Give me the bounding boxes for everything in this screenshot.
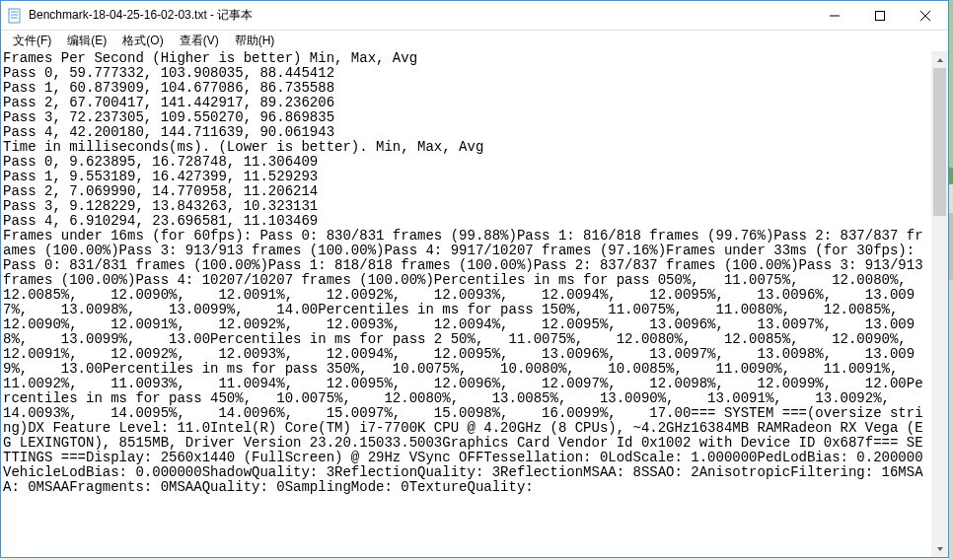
menu-format[interactable]: 格式(O) <box>114 31 171 51</box>
menu-view[interactable]: 查看(V) <box>172 31 227 51</box>
close-button[interactable] <box>903 1 948 30</box>
content-area: Frames Per Second (Higher is better) Min… <box>1 51 948 557</box>
background-strip <box>949 0 953 560</box>
window-title: Benchmark-18-04-25-16-02-03.txt - 记事本 <box>29 7 812 24</box>
menu-help[interactable]: 帮助(H) <box>227 31 283 51</box>
vertical-scrollbar[interactable] <box>931 51 948 557</box>
notepad-icon <box>7 8 23 24</box>
scroll-thumb[interactable] <box>933 68 946 216</box>
scroll-down-button[interactable] <box>931 540 948 557</box>
minimize-button[interactable] <box>812 1 857 30</box>
menu-file[interactable]: 文件(F) <box>5 31 59 51</box>
window-controls <box>812 1 948 30</box>
svg-rect-5 <box>876 11 885 20</box>
scroll-up-button[interactable] <box>931 51 948 68</box>
scroll-track[interactable] <box>931 68 948 540</box>
text-content[interactable]: Frames Per Second (Higher is better) Min… <box>1 51 931 557</box>
menu-edit[interactable]: 编辑(E) <box>59 31 114 51</box>
maximize-button[interactable] <box>857 1 903 30</box>
titlebar[interactable]: Benchmark-18-04-25-16-02-03.txt - 记事本 <box>1 1 948 31</box>
notepad-window: Benchmark-18-04-25-16-02-03.txt - 记事本 文件… <box>0 0 949 558</box>
svg-rect-0 <box>9 9 20 23</box>
menubar: 文件(F) 编辑(E) 格式(O) 查看(V) 帮助(H) <box>1 31 948 51</box>
